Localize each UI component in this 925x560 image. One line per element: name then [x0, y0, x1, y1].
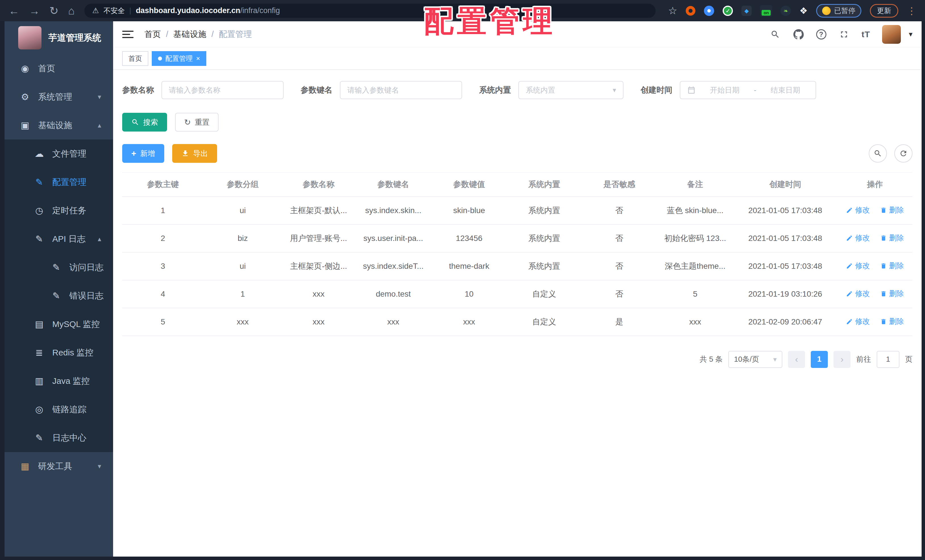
edit-link[interactable]: 修改 [846, 205, 870, 215]
toolbox-icon: ▦ [19, 461, 31, 472]
chevron-icon: ▾ [98, 93, 101, 101]
extension-check-icon[interactable]: ✓ [723, 6, 733, 16]
column-header: 参数主键 [122, 173, 203, 197]
font-size-icon[interactable]: tT [862, 30, 870, 39]
tab-config[interactable]: 配置管理 × [152, 51, 206, 66]
add-button[interactable]: + 新增 [122, 144, 164, 163]
extensions-puzzle-icon[interactable]: ❖ [799, 5, 807, 16]
app-logo-row[interactable]: 芋道管理系统 [5, 21, 113, 54]
start-date-placeholder: 开始日期 [701, 85, 748, 95]
filter-type-label: 系统内置 [479, 85, 511, 95]
java-monitor-icon: ▥ [33, 376, 45, 386]
extension-pin-icon[interactable] [704, 6, 714, 16]
table-header-row: 参数主键参数分组参数名称参数键名参数键值系统内置是否敏感备注创建时间操作 [122, 173, 913, 197]
goto-page-input[interactable] [877, 351, 899, 368]
user-avatar[interactable] [882, 25, 901, 44]
edit-link[interactable]: 修改 [846, 233, 870, 243]
column-header: 参数键值 [431, 173, 507, 197]
user-menu-caret-icon[interactable]: ▾ [909, 30, 913, 39]
column-header: 参数键名 [355, 173, 431, 197]
sidebar-item-system[interactable]: ⚙ 系统管理 ▾ [5, 83, 113, 111]
sidebar-item-java[interactable]: ▥ Java 监控 [5, 367, 113, 395]
paused-extension-pill[interactable]: 已暂停 [816, 4, 861, 18]
delete-link[interactable]: 删除 [880, 233, 904, 243]
delete-link[interactable]: 删除 [880, 205, 904, 215]
column-header: 系统内置 [507, 173, 581, 197]
browser-update-button[interactable]: 更新 [870, 4, 898, 18]
browser-back-icon[interactable]: ← [9, 5, 19, 16]
chevron-down-icon: ▾ [773, 355, 777, 363]
hide-search-button[interactable] [869, 145, 887, 163]
sidebar-menu: ◉ 首页 ⚙ 系统管理 ▾ ▣ 基础设施 ▴ ☁ [5, 54, 113, 480]
fullscreen-icon[interactable] [838, 29, 850, 40]
extension-ring-icon[interactable] [686, 6, 695, 16]
sidebar-item-config[interactable]: ✎ 配置管理 [5, 168, 113, 196]
filter-key-label: 参数键名 [301, 85, 333, 95]
delete-link[interactable]: 删除 [880, 289, 904, 299]
date-range-picker[interactable]: 开始日期 - 结束日期 [680, 81, 816, 99]
cloud-upload-icon: ☁ [33, 148, 45, 159]
table-row: 3 ui 主框架页-侧边... sys.index.sideT... theme… [122, 252, 913, 280]
browser-home-icon[interactable]: ⌂ [68, 5, 75, 16]
tab-close-icon[interactable]: × [196, 55, 200, 62]
url-text: dashboard.yudao.iocoder.cn/infra/config [136, 6, 280, 15]
prev-page-button[interactable]: ‹ [788, 351, 805, 368]
sidebar-item-mysql[interactable]: ▤ MySQL 监控 [5, 310, 113, 339]
help-icon[interactable]: ? [816, 29, 826, 39]
app-window: 芋道管理系统 ◉ 首页 ⚙ 系统管理 ▾ ▣ 基础设施 [0, 21, 925, 560]
browser-reload-icon[interactable]: ↻ [50, 5, 59, 16]
edit-link[interactable]: 修改 [846, 261, 870, 271]
extension-leaf-icon[interactable]: ❧ [780, 6, 791, 16]
current-page[interactable]: 1 [811, 351, 828, 368]
sidebar-item-home[interactable]: ◉ 首页 [5, 54, 113, 83]
next-page-button[interactable]: › [833, 351, 851, 368]
sidebar-item-redis[interactable]: ≣ Redis 监控 [5, 339, 113, 367]
export-button[interactable]: 导出 [172, 144, 217, 163]
sidebar-item-access-log[interactable]: ✎ 访问日志 [5, 253, 113, 282]
browser-menu-icon[interactable]: ⋮ [907, 5, 916, 17]
breadcrumb-home[interactable]: 首页 [145, 29, 161, 40]
sidebar-item-infra[interactable]: ▣ 基础设施 ▴ [5, 111, 113, 140]
sidebar-item-dev-tools[interactable]: ▦ 研发工具 ▾ [5, 452, 113, 480]
main-area: 首页 / 基础设施 / 配置管理 ? tT ▾ [113, 21, 922, 557]
breadcrumb-section[interactable]: 基础设施 [173, 29, 206, 40]
address-bar[interactable]: ⚠ 不安全 | dashboard.yudao.iocoder.cn/infra… [84, 4, 655, 18]
edit-link[interactable]: 修改 [846, 316, 870, 327]
page-content: 参数名称 参数键名 系统内置 系统内置 ▾ 创建时间 [113, 69, 922, 557]
browser-forward-icon[interactable]: → [29, 5, 40, 16]
pagination: 共 5 条 10条/页 ▾ ‹ 1 › 前往 页 [122, 351, 913, 368]
refresh-icon: ↻ [184, 117, 191, 127]
edit-link[interactable]: 修改 [846, 289, 870, 299]
sidebar-item-trace[interactable]: ◎ 链路追踪 [5, 395, 113, 424]
table-body: 1 ui 主框架页-默认... sys.index.skin... skin-b… [122, 197, 913, 336]
column-header: 创建时间 [733, 173, 838, 197]
search-button[interactable]: 搜索 [122, 113, 167, 131]
param-key-input[interactable] [340, 81, 462, 99]
builtin-select[interactable]: 系统内置 ▾ [518, 81, 624, 99]
app-title: 芋道管理系统 [48, 32, 101, 44]
insecure-label: 不安全 [104, 6, 125, 15]
tab-label: 配置管理 [166, 54, 193, 63]
param-name-input[interactable] [161, 81, 283, 99]
bookmark-star-icon[interactable]: ☆ [668, 5, 677, 17]
tab-home[interactable]: 首页 [122, 51, 148, 66]
sidebar-item-file[interactable]: ☁ 文件管理 [5, 140, 113, 168]
url-path: /infra/config [240, 6, 280, 15]
search-icon[interactable] [770, 29, 781, 40]
delete-link[interactable]: 删除 [880, 261, 904, 271]
sidebar-item-error-log[interactable]: ✎ 错误日志 [5, 282, 113, 310]
extension-on-badge-icon[interactable]: on [760, 5, 772, 17]
sidebar-item-api-log[interactable]: ✎ API 日志 ▴ [5, 225, 113, 253]
sidebar-item-job[interactable]: ◷ 定时任务 [5, 196, 113, 225]
delete-link[interactable]: 删除 [880, 316, 904, 327]
github-icon[interactable] [793, 29, 804, 40]
refresh-table-button[interactable] [894, 145, 913, 163]
reset-button[interactable]: ↻ 重置 [175, 113, 218, 131]
page-size-select[interactable]: 10条/页 ▾ [728, 351, 782, 368]
sidebar-toggle-icon[interactable] [122, 31, 134, 38]
log-icon: ✎ [50, 262, 63, 273]
page-unit-label: 页 [905, 354, 913, 364]
extension-diamond-icon[interactable]: ◆ [741, 6, 752, 16]
sidebar-item-log-center[interactable]: ✎ 日志中心 [5, 424, 113, 452]
insecure-warning-icon: ⚠ [92, 6, 99, 15]
